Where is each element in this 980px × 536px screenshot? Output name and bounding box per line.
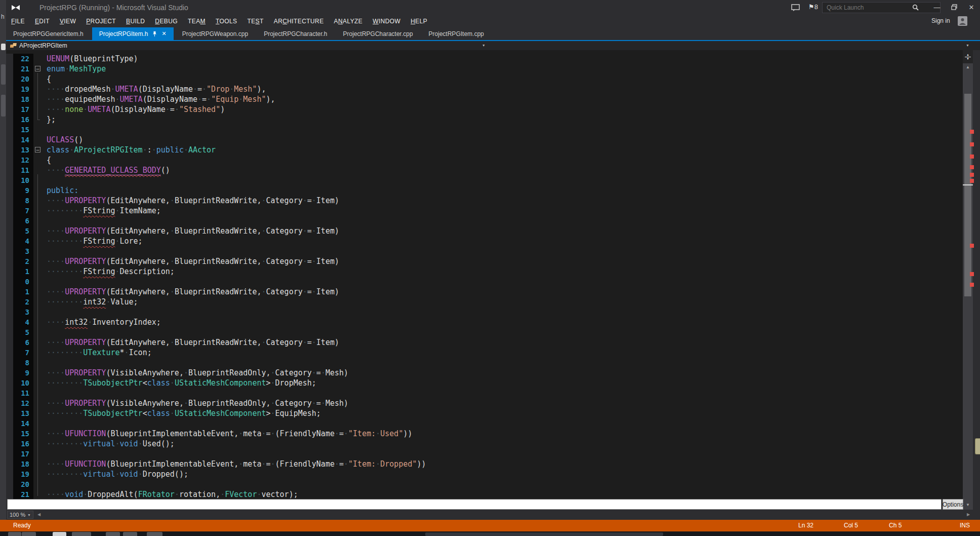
tab-projectrpgcharacter.h[interactable]: ProjectRPGCharacter.h bbox=[257, 27, 334, 40]
code-line[interactable]: 4····int32·InventoryIndex; bbox=[6, 317, 963, 327]
find-input[interactable] bbox=[7, 499, 942, 510]
close-window-button[interactable]: ✕ bbox=[964, 0, 979, 14]
notifications-flag-icon[interactable]: ⚑8 bbox=[808, 3, 818, 11]
menu-item-analyze[interactable]: ANALYZE bbox=[329, 18, 368, 25]
breakpoint-margin[interactable] bbox=[6, 206, 13, 216]
title-bar[interactable]: ProjectRPG (Running) - Microsoft Visual … bbox=[6, 0, 980, 15]
scroll-up-arrow[interactable]: ▲ bbox=[963, 65, 973, 69]
tab-projectrpggenericitem.h[interactable]: ProjectRPGGenericItem.h bbox=[6, 27, 91, 40]
code-line[interactable]: 9public: bbox=[6, 185, 963, 196]
code-line[interactable]: 15 bbox=[6, 125, 963, 135]
breakpoint-margin[interactable] bbox=[6, 175, 13, 185]
code-line[interactable]: 22UENUM(BlueprintType) bbox=[6, 54, 963, 64]
chevron-down-icon[interactable]: ▼ bbox=[482, 44, 485, 47]
error-marker[interactable] bbox=[970, 142, 974, 146]
breakpoint-margin[interactable] bbox=[6, 358, 13, 368]
code-line[interactable]: 1····UPROPERTY(EditAnywhere,·BlueprintRe… bbox=[6, 287, 963, 297]
error-marker[interactable] bbox=[970, 244, 974, 248]
code-line[interactable]: 0 bbox=[6, 277, 963, 287]
code-line[interactable]: 17····none·UMETA(DisplayName·=·"Stashed"… bbox=[6, 104, 963, 114]
scroll-right-arrow[interactable]: ▶ bbox=[967, 512, 970, 517]
breakpoint-margin[interactable] bbox=[6, 459, 13, 469]
breakpoint-margin[interactable] bbox=[6, 145, 13, 155]
code-line[interactable]: 5····UPROPERTY(EditAnywhere,·BlueprintRe… bbox=[6, 226, 963, 236]
taskbar-icon[interactable] bbox=[106, 532, 120, 536]
scrollbar-thumb[interactable] bbox=[964, 94, 971, 296]
code-line[interactable]: 7········UTexture*·Icon; bbox=[6, 348, 963, 358]
minimize-button[interactable]: — bbox=[929, 0, 945, 14]
breakpoint-margin[interactable] bbox=[6, 74, 13, 84]
navbar-scope-dropdown[interactable]: AProjectRPGItem bbox=[19, 42, 67, 49]
code-line[interactable]: 20{ bbox=[6, 74, 963, 84]
breakpoint-margin[interactable] bbox=[6, 256, 13, 266]
code-line[interactable]: 21–enum·MeshType bbox=[6, 64, 963, 74]
taskbar-icon[interactable] bbox=[53, 532, 66, 536]
fold-toggle-icon[interactable]: – bbox=[35, 147, 40, 152]
breakpoint-margin[interactable] bbox=[6, 84, 13, 94]
menu-item-team[interactable]: TEAM bbox=[183, 18, 211, 25]
code-line[interactable]: 14 bbox=[6, 418, 963, 429]
code-line[interactable]: 21····void·DroppedAlt(FRotator·rotation,… bbox=[6, 489, 963, 500]
scroll-left-arrow[interactable]: ◀ bbox=[37, 512, 40, 517]
code-line[interactable]: 4········FString·Lore; bbox=[6, 236, 963, 246]
code-line[interactable]: 18····equipedMesh·UMETA(DisplayName·=·"E… bbox=[6, 94, 963, 104]
code-line[interactable]: 19····dropedMesh·UMETA(DisplayName·=·"Dr… bbox=[6, 84, 963, 94]
user-avatar-icon[interactable] bbox=[958, 16, 967, 26]
breakpoint-margin[interactable] bbox=[6, 439, 13, 449]
menu-item-help[interactable]: HELP bbox=[405, 18, 432, 25]
breakpoint-margin[interactable] bbox=[6, 398, 13, 408]
breakpoint-margin[interactable] bbox=[6, 317, 13, 327]
sign-in-link[interactable]: Sign in bbox=[931, 17, 950, 24]
code-line[interactable]: 9····UPROPERTY(VisibleAnywhere,·Blueprin… bbox=[6, 368, 963, 378]
breakpoint-margin[interactable] bbox=[6, 135, 13, 145]
edge-flyout-tab[interactable] bbox=[975, 438, 980, 454]
breakpoint-margin[interactable] bbox=[6, 185, 13, 196]
menu-item-build[interactable]: BUILD bbox=[121, 18, 150, 25]
breakpoint-margin[interactable] bbox=[6, 479, 13, 489]
breakpoint-margin[interactable] bbox=[6, 277, 13, 287]
taskbar-icon[interactable] bbox=[123, 532, 137, 536]
code-line[interactable]: 13–class·AProjectRPGItem·:·public·AActor bbox=[6, 145, 963, 155]
menu-item-file[interactable]: FILE bbox=[6, 18, 30, 25]
code-line[interactable]: 19········virtual·void·Dropped(); bbox=[6, 469, 963, 479]
breakpoint-margin[interactable] bbox=[6, 307, 13, 317]
breakpoint-margin[interactable] bbox=[6, 54, 13, 64]
breakpoint-margin[interactable] bbox=[6, 64, 13, 74]
breakpoint-margin[interactable] bbox=[6, 226, 13, 236]
code-line[interactable]: 10········TSubobjectPtr<class·UStaticMes… bbox=[6, 378, 963, 388]
error-marker[interactable] bbox=[970, 272, 974, 276]
code-line[interactable]: 11 bbox=[6, 388, 963, 398]
code-area[interactable]: 22UENUM(BlueprintType)21–enum·MeshType20… bbox=[6, 50, 963, 500]
breakpoint-margin[interactable] bbox=[6, 216, 13, 226]
menu-item-edit[interactable]: EDIT bbox=[30, 18, 55, 25]
menu-item-view[interactable]: VIEW bbox=[55, 18, 81, 25]
navigation-bar[interactable]: AProjectRPGItem ▼ ▼ bbox=[6, 41, 980, 50]
breakpoint-margin[interactable] bbox=[6, 125, 13, 135]
code-line[interactable]: 16········virtual·void·Used(); bbox=[6, 439, 963, 449]
search-icon[interactable] bbox=[912, 4, 919, 11]
menu-item-test[interactable]: TEST bbox=[242, 18, 268, 25]
code-line[interactable]: 13········TSubobjectPtr<class·UStaticMes… bbox=[6, 408, 963, 418]
breakpoint-margin[interactable] bbox=[6, 114, 13, 125]
code-line[interactable]: 8 bbox=[6, 358, 963, 368]
pin-icon[interactable] bbox=[152, 31, 157, 37]
zoom-level-dropdown[interactable]: 100 % ▼ bbox=[7, 511, 33, 519]
code-line[interactable]: 5 bbox=[6, 327, 963, 337]
close-tab-icon[interactable]: ✕ bbox=[161, 30, 166, 37]
code-line[interactable]: 8····UPROPERTY(EditAnywhere,·BlueprintRe… bbox=[6, 196, 963, 206]
code-line[interactable]: 7········FString·ItemName; bbox=[6, 206, 963, 216]
taskbar-icon[interactable] bbox=[147, 532, 162, 536]
chevron-down-icon[interactable]: ▼ bbox=[966, 44, 969, 47]
code-line[interactable]: 16}; bbox=[6, 114, 963, 125]
breakpoint-margin[interactable] bbox=[6, 378, 13, 388]
code-line[interactable]: 17 bbox=[6, 449, 963, 459]
menu-item-debug[interactable]: DEBUG bbox=[150, 18, 183, 25]
error-marker[interactable] bbox=[970, 283, 974, 287]
code-line[interactable]: 10 bbox=[6, 175, 963, 185]
breakpoint-margin[interactable] bbox=[6, 104, 13, 114]
scroll-down-arrow[interactable]: ▼ bbox=[963, 503, 973, 507]
breakpoint-margin[interactable] bbox=[6, 408, 13, 418]
taskbar-icon[interactable] bbox=[8, 532, 21, 536]
code-line[interactable]: 18····UFUNCTION(BlueprintImplementableEv… bbox=[6, 459, 963, 469]
error-marker[interactable] bbox=[970, 155, 974, 159]
